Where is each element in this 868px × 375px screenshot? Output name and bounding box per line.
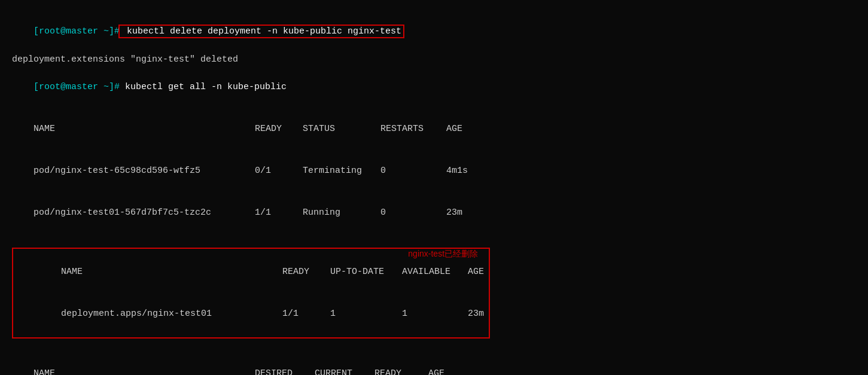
deployment-box: NAMEREADYUP-TO-DATEAVAILABLEAGE deployme… xyxy=(12,248,490,339)
command-line-2: [root@master ~]# kubectl get all -n kube… xyxy=(12,66,856,108)
t1r2-ready: 1/1 xyxy=(255,206,303,219)
t1r1-restarts: 0 xyxy=(380,164,446,178)
table2-row1: deployment.apps/nginx-test011/11123m xyxy=(18,293,484,335)
t1r1-ready: 0/1 xyxy=(255,164,303,178)
t2r1-uptodate: 1 xyxy=(330,307,402,321)
table1-row2: pod/nginx-test01-567d7bf7c5-tzc2c1/1Runn… xyxy=(12,191,856,233)
t2r1-age: 23m xyxy=(468,307,484,321)
t2r1-name: deployment.apps/nginx-test01 xyxy=(61,307,282,321)
t2-age-header: AGE xyxy=(468,265,484,279)
col-restarts-header: RESTARTS xyxy=(380,122,446,136)
t2r1-available: 1 xyxy=(402,307,468,321)
t2-available-header: AVAILABLE xyxy=(402,265,468,279)
t1r1-name: pod/nginx-test-65c98cd596-wtfz5 xyxy=(33,164,255,178)
annotation-text: nginx-test已经删除 xyxy=(408,249,478,260)
prompt-2: [root@master ~]# xyxy=(33,82,120,92)
t1r2-age: 23m xyxy=(446,206,462,219)
cmd1-box: kubectl delete deployment -n kube-public… xyxy=(120,26,403,37)
table1-header: NAMEREADYSTATUSRESTARTSAGE xyxy=(12,108,856,150)
cmd2-text: kubectl get all -n kube-public xyxy=(120,82,287,92)
t1r1-status: Terminating xyxy=(303,164,380,178)
command-line-1: [root@master ~]# kubectl delete deployme… xyxy=(12,11,856,53)
t1r1-age: 4m1s xyxy=(446,164,468,178)
t1r2-restarts: 0 xyxy=(380,206,446,219)
col-ready-header: READY xyxy=(255,122,303,136)
t1r2-status: Running xyxy=(303,206,380,219)
prompt-1: [root@master ~]# xyxy=(33,26,120,36)
col-age-header: AGE xyxy=(446,122,462,136)
t2-name-header: NAME xyxy=(61,265,282,279)
t3-name-header: NAME xyxy=(33,367,255,375)
table1-row1: pod/nginx-test-65c98cd596-wtfz50/1Termin… xyxy=(12,150,856,192)
t3-age-header: AGE xyxy=(428,367,444,375)
cmd1-boxed: kubectl delete deployment -n kube-public… xyxy=(120,26,403,37)
t3-current-header: CURRENT xyxy=(315,367,374,375)
t2-uptodate-header: UP-TO-DATE xyxy=(330,265,402,279)
t1r2-name: pod/nginx-test01-567d7bf7c5-tzc2c xyxy=(33,206,255,219)
t3-ready-header: READY xyxy=(374,367,428,375)
col-name-header: NAME xyxy=(33,122,255,136)
col-status-header: STATUS xyxy=(303,122,380,136)
t3-desired-header: DESIRED xyxy=(255,367,315,375)
deployment-section: NAMEREADYUP-TO-DATEAVAILABLEAGE deployme… xyxy=(12,244,490,342)
terminal: [root@master ~]# kubectl delete deployme… xyxy=(0,0,868,375)
table3-header: NAMEDESIREDCURRENTREADYAGE xyxy=(12,353,856,376)
output-line-1: deployment.extensions "nginx-test" delet… xyxy=(12,53,856,66)
t2-ready-header: READY xyxy=(282,265,330,279)
t2r1-ready: 1/1 xyxy=(282,307,330,321)
